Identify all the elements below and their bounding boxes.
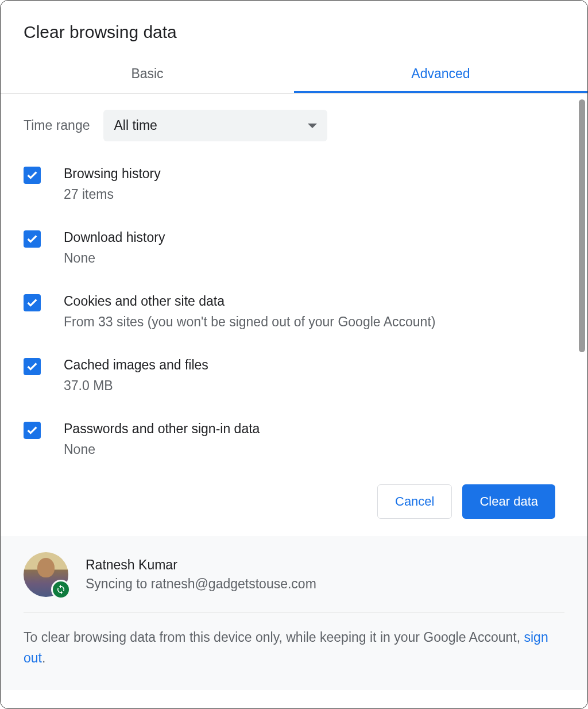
option-title: Cached images and files xyxy=(64,356,208,374)
tab-basic[interactable]: Basic xyxy=(1,56,294,93)
option-title: Browsing history xyxy=(64,164,161,183)
option-title: Download history xyxy=(64,228,165,246)
chevron-down-icon xyxy=(308,124,317,128)
option-subtitle: None xyxy=(64,439,260,456)
sync-icon xyxy=(56,584,66,595)
checkbox-browsing-history[interactable] xyxy=(24,167,41,184)
option-browsing-history: Browsing history 27 items xyxy=(24,153,564,217)
checkbox-cached[interactable] xyxy=(24,358,41,375)
cancel-button[interactable]: Cancel xyxy=(377,484,452,519)
option-subtitle: 27 items xyxy=(64,184,161,205)
checkbox-passwords[interactable] xyxy=(24,422,41,439)
option-title: Passwords and other sign-in data xyxy=(64,419,260,438)
sync-user-name: Ratnesh Kumar xyxy=(86,557,316,573)
option-cookies: Cookies and other site data From 33 site… xyxy=(24,280,564,344)
sync-note: To clear browsing data from this device … xyxy=(24,627,564,668)
sync-user-row: Ratnesh Kumar Syncing to ratnesh@gadgets… xyxy=(24,552,564,612)
option-cached: Cached images and files 37.0 MB xyxy=(24,344,564,408)
clear-data-button[interactable]: Clear data xyxy=(462,484,555,519)
sync-panel: Ratnesh Kumar Syncing to ratnesh@gadgets… xyxy=(1,536,587,690)
checkmark-icon xyxy=(26,169,38,182)
dialog-title: Clear browsing data xyxy=(1,1,587,42)
option-download-history: Download history None xyxy=(24,217,564,280)
option-passwords: Passwords and other sign-in data None xyxy=(24,408,564,456)
sync-status: Syncing to ratnesh@gadgetstouse.com xyxy=(86,576,316,592)
sync-badge xyxy=(51,580,71,599)
option-subtitle: From 33 sites (you won't be signed out o… xyxy=(64,311,435,333)
checkbox-cookies[interactable] xyxy=(24,294,41,311)
scrollbar-thumb[interactable] xyxy=(579,99,585,352)
sync-note-prefix: To clear browsing data from this device … xyxy=(24,630,524,645)
tabs: Basic Advanced xyxy=(1,56,587,94)
clear-browsing-data-dialog: Clear browsing data Basic Advanced Time … xyxy=(0,0,588,709)
avatar-wrap xyxy=(24,552,68,597)
option-title: Cookies and other site data xyxy=(64,292,435,310)
time-range-label: Time range xyxy=(24,118,90,133)
option-subtitle: 37.0 MB xyxy=(64,375,208,396)
time-range-row: Time range All time xyxy=(24,94,564,153)
options-scroll-area: Time range All time Browsing history 27 … xyxy=(1,94,587,456)
tab-advanced[interactable]: Advanced xyxy=(294,56,587,93)
checkmark-icon xyxy=(26,360,38,373)
checkmark-icon xyxy=(26,233,38,245)
dialog-buttons: Cancel Clear data xyxy=(1,456,587,536)
checkmark-icon xyxy=(26,296,38,309)
time-range-select[interactable]: All time xyxy=(103,110,327,141)
option-subtitle: None xyxy=(64,248,165,269)
checkmark-icon xyxy=(26,424,38,437)
sync-note-suffix: . xyxy=(42,650,45,665)
time-range-value: All time xyxy=(114,118,157,133)
checkbox-download-history[interactable] xyxy=(24,230,41,248)
